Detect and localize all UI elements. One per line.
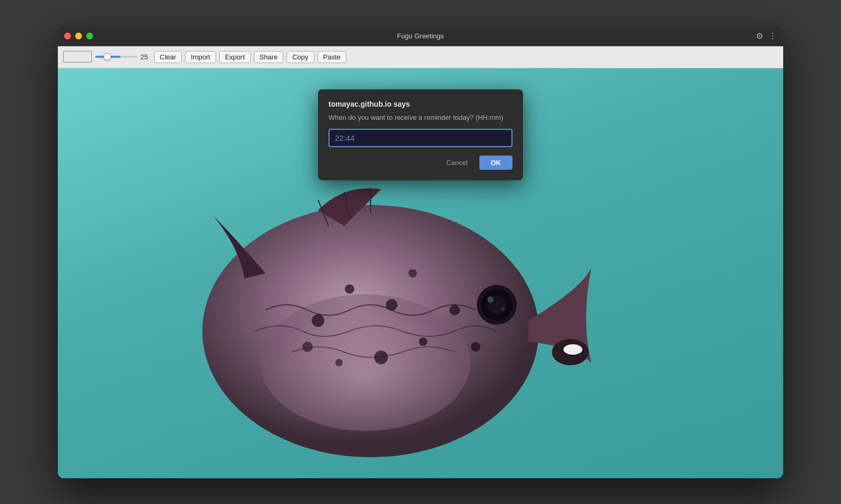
window-title: Fugu Greetings — [397, 32, 444, 40]
close-button[interactable] — [64, 33, 71, 39]
modal-buttons: Cancel OK — [329, 156, 512, 170]
share-button[interactable]: Share — [254, 51, 284, 63]
maximize-button[interactable] — [86, 33, 93, 39]
title-bar-icons: ⚙ ⋮ — [756, 31, 777, 41]
clear-button[interactable]: Clear — [154, 51, 182, 63]
brush-size-slider[interactable] — [95, 56, 137, 58]
traffic-lights — [64, 33, 93, 39]
minimize-button[interactable] — [75, 33, 82, 39]
toolbar: 25 Clear Import Export Share Copy Paste — [58, 46, 783, 68]
copy-button[interactable]: Copy — [286, 51, 314, 63]
modal-message: When do you want to receive a reminder t… — [329, 114, 512, 121]
browser-window: Fugu Greetings ⚙ ⋮ 25 Clear Import Expor… — [58, 26, 783, 478]
extensions-icon[interactable]: ⚙ — [756, 31, 763, 41]
cancel-button[interactable]: Cancel — [440, 156, 474, 170]
menu-icon[interactable]: ⋮ — [768, 31, 777, 41]
import-button[interactable]: Import — [185, 51, 216, 63]
export-button[interactable]: Export — [219, 51, 251, 63]
canvas-area[interactable]: tomayac.github.io says When do you want … — [58, 68, 783, 478]
paste-button[interactable]: Paste — [317, 51, 346, 63]
color-swatch[interactable] — [63, 51, 92, 63]
ok-button[interactable]: OK — [479, 156, 513, 170]
modal-title: tomayac.github.io says — [329, 100, 512, 108]
title-bar: Fugu Greetings ⚙ ⋮ — [58, 26, 783, 46]
modal-overlay: tomayac.github.io says When do you want … — [58, 68, 783, 478]
slider-value: 25 — [140, 53, 151, 61]
reminder-time-input[interactable] — [329, 129, 512, 147]
slider-container: 25 — [95, 53, 151, 61]
modal-dialog: tomayac.github.io says When do you want … — [318, 89, 523, 180]
